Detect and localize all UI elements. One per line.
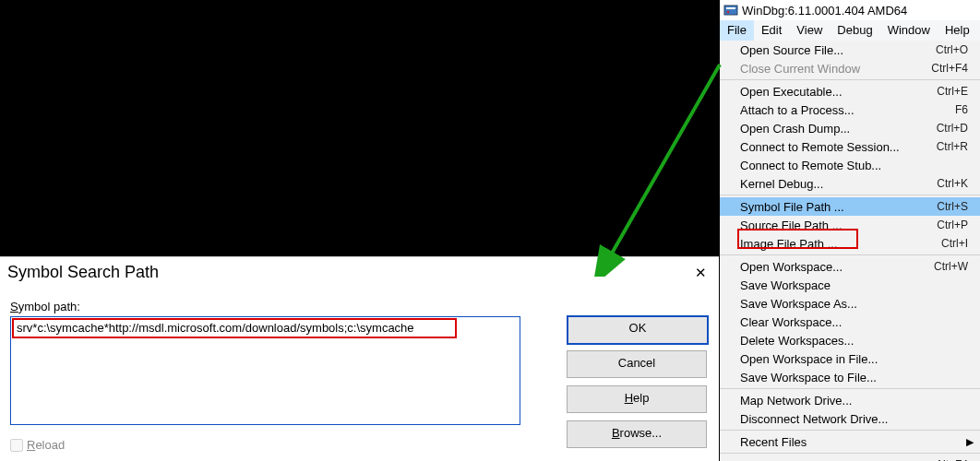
menu-item[interactable]: Symbol File Path ...Ctrl+S xyxy=(720,197,980,216)
menu-item[interactable]: Open Workspace in File... xyxy=(720,349,980,368)
menu-item[interactable]: Map Network Drive... xyxy=(720,391,980,409)
svg-line-3 xyxy=(609,65,720,258)
menubar: File Edit View Debug Window Help xyxy=(720,20,980,41)
svg-rect-1 xyxy=(726,7,735,9)
help-button[interactable]: Help xyxy=(567,385,707,413)
reload-checkbox[interactable]: Reload xyxy=(10,438,65,452)
menu-edit[interactable]: Edit xyxy=(754,20,789,41)
menu-item[interactable]: Open Source File...Ctrl+O xyxy=(720,41,980,59)
file-menu-dropdown: Open Source File...Ctrl+OClose Current W… xyxy=(720,41,980,461)
menu-item[interactable]: Open Workspace...Ctrl+W xyxy=(720,257,980,276)
menu-item[interactable]: Open Executable...Ctrl+E xyxy=(720,82,980,100)
reload-checkbox-box[interactable] xyxy=(10,439,23,452)
menu-item[interactable]: Save Workspace As... xyxy=(720,294,980,313)
menu-item[interactable]: Open Crash Dump...Ctrl+D xyxy=(720,119,980,137)
annotation-arrow xyxy=(591,55,738,277)
svg-point-2 xyxy=(727,11,730,14)
windbg-window: WinDbg:6.11.0001.404 AMD64 File Edit Vie… xyxy=(719,0,980,461)
menu-item[interactable]: Save Workspace xyxy=(720,276,980,294)
symbol-path-label: Symbol path: xyxy=(10,300,80,313)
menu-item[interactable]: ExitAlt+F4 xyxy=(720,455,980,461)
titlebar: WinDbg:6.11.0001.404 AMD64 xyxy=(720,0,980,20)
menu-item[interactable]: Attach to a Process...F6 xyxy=(720,100,980,119)
menu-item[interactable]: Delete Workspaces... xyxy=(720,331,980,349)
menu-item[interactable]: Disconnect Network Drive... xyxy=(720,409,980,428)
symbol-search-path-dialog: Symbol Search Path ✕ Symbol path: srv*c:… xyxy=(0,256,720,461)
menu-help[interactable]: Help xyxy=(938,20,977,41)
menu-item[interactable]: Kernel Debug...Ctrl+K xyxy=(720,174,980,193)
cancel-button[interactable]: Cancel xyxy=(567,350,707,378)
window-title: WinDbg:6.11.0001.404 AMD64 xyxy=(742,4,907,18)
menu-view[interactable]: View xyxy=(789,20,830,41)
menu-item[interactable]: Save Workspace to File... xyxy=(720,368,980,386)
symbol-path-input[interactable]: srv*c:\symcache*http://msdl.microsoft.co… xyxy=(10,316,520,425)
svg-rect-0 xyxy=(724,6,737,15)
menu-item[interactable]: Recent Files▶ xyxy=(720,432,980,451)
menu-item[interactable]: Connect to Remote Session...Ctrl+R xyxy=(720,137,980,156)
menu-item[interactable]: Source File Path ...Ctrl+P xyxy=(720,216,980,234)
browse-button[interactable]: Browse... xyxy=(567,420,707,448)
menu-item[interactable]: Connect to Remote Stub... xyxy=(720,156,980,174)
menu-file[interactable]: File xyxy=(720,20,754,41)
ok-button[interactable]: OK xyxy=(567,315,709,345)
app-icon xyxy=(723,3,738,18)
menu-window[interactable]: Window xyxy=(880,20,938,41)
menu-item[interactable]: Image File Path ...Ctrl+I xyxy=(720,234,980,253)
menu-item: Close Current WindowCtrl+F4 xyxy=(720,59,980,77)
dialog-title: Symbol Search Path xyxy=(7,263,159,282)
close-icon[interactable]: ✕ xyxy=(687,261,714,285)
menu-item[interactable]: Clear Workspace... xyxy=(720,313,980,331)
menu-debug[interactable]: Debug xyxy=(830,20,879,41)
